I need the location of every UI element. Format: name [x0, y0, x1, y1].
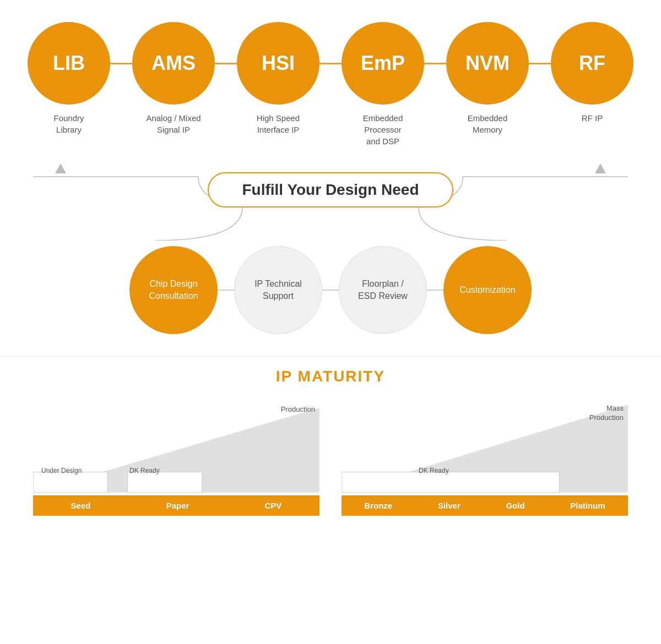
chart1-bar-cpv: CPV	[265, 501, 282, 510]
ip-circle-item-ams: AMSAnalog / Mixed Signal IP	[132, 22, 215, 135]
circle-connector-2	[215, 63, 237, 64]
service-connector-3	[427, 290, 443, 291]
circle-connector-3	[319, 63, 342, 64]
maturity-charts: Production Under Design DK Ready Seed Pa…	[33, 402, 628, 516]
chart2-bar-bronze: Bronze	[364, 501, 392, 510]
circle-desc-nvm: Embedded Memory	[468, 112, 508, 135]
service-item-1: IP Technical Support	[234, 246, 322, 334]
chart2-visual: MassProduction DK Ready	[342, 402, 628, 495]
chart2-bar-silver: Silver	[438, 501, 460, 510]
service-circle-1: IP Technical Support	[234, 246, 322, 334]
chart2-dk-ready: DK Ready	[419, 467, 449, 474]
chart1: Production Under Design DK Ready Seed Pa…	[33, 402, 319, 516]
maturity-section: IP MATURITY Production Under Design DK R…	[0, 356, 661, 538]
chart2-bar-gold: Gold	[506, 501, 524, 510]
ip-circle-item-rf: RFRF IP	[551, 22, 633, 124]
chart1-dk-ready: DK Ready	[129, 467, 160, 474]
circle-hsi: HSI	[237, 22, 319, 105]
chart1-svg	[33, 402, 319, 495]
chart1-visual: Production Under Design DK Ready	[33, 402, 319, 495]
chart2-svg	[342, 402, 628, 495]
service-item-3: Customization	[443, 246, 532, 334]
circle-desc-rf: RF IP	[582, 112, 603, 124]
svg-rect-3	[33, 472, 107, 493]
chart2-bottom-bar: Bronze Silver Gold Platinum	[342, 495, 628, 516]
fulfill-box: Fulfill Your Design Need	[208, 172, 453, 208]
circle-lib: LIB	[28, 22, 110, 105]
circle-abbr-rf: RF	[579, 52, 605, 75]
circle-desc-hsi: High Speed Interface IP	[257, 112, 300, 135]
chart2-bar-platinum: Platinum	[570, 501, 605, 510]
ip-circles-section: LIBFoundry LibraryAMSAnalog / Mixed Sign…	[0, 0, 661, 158]
circle-desc-lib: Foundry Library	[53, 112, 84, 135]
circle-abbr-lib: LIB	[53, 52, 85, 75]
circle-connector-5	[529, 63, 551, 64]
circle-desc-ams: Analog / Mixed Signal IP	[146, 112, 201, 135]
fulfill-label: Fulfill Your Design Need	[242, 181, 419, 198]
circle-abbr-emp: EmP	[361, 52, 405, 75]
fulfill-section: Fulfill Your Design Need	[0, 163, 661, 241]
svg-rect-4	[128, 472, 202, 493]
ip-circle-item-nvm: NVMEmbedded Memory	[446, 22, 529, 135]
circle-abbr-nvm: NVM	[465, 52, 510, 75]
ip-circle-item-hsi: HSIHigh Speed Interface IP	[237, 22, 319, 135]
service-circle-3: Customization	[443, 246, 532, 334]
circle-connector-4	[424, 63, 446, 64]
chart1-bar-seed: Seed	[71, 501, 91, 510]
ip-circle-item-lib: LIBFoundry Library	[28, 22, 110, 135]
circle-abbr-ams: AMS	[151, 52, 196, 75]
service-item-2: Floorplan / ESD Review	[339, 246, 427, 334]
chart2: MassProduction DK Ready Bronze Silver Go…	[342, 402, 628, 516]
service-connector-2	[322, 290, 339, 291]
chart1-bottom-bar: Seed Paper CPV	[33, 495, 319, 516]
chart1-under-design: Under Design	[41, 467, 82, 474]
circle-desc-emp: Embedded Processor and DSP	[363, 112, 403, 147]
chart2-top-label: MassProduction	[589, 404, 624, 423]
ip-circle-item-emp: EmPEmbedded Processor and DSP	[342, 22, 424, 147]
circle-nvm: NVM	[446, 22, 529, 105]
circle-connector-1	[110, 63, 132, 64]
service-item-0: Chip Design Consultation	[129, 246, 218, 334]
circle-ams: AMS	[132, 22, 215, 105]
service-connector-1	[218, 290, 234, 291]
service-circle-2: Floorplan / ESD Review	[339, 246, 427, 334]
maturity-title: IP MATURITY	[33, 368, 628, 385]
chart1-top-label: Production	[281, 405, 315, 413]
circle-abbr-hsi: HSI	[262, 52, 295, 75]
chart1-bar-paper: Paper	[166, 501, 189, 510]
fulfill-curves-svg	[33, 208, 628, 241]
circle-rf: RF	[551, 22, 633, 105]
circle-emp: EmP	[342, 22, 424, 105]
services-section: Chip Design ConsultationIP Technical Sup…	[0, 241, 661, 356]
service-circle-0: Chip Design Consultation	[129, 246, 218, 334]
svg-rect-6	[342, 472, 559, 493]
